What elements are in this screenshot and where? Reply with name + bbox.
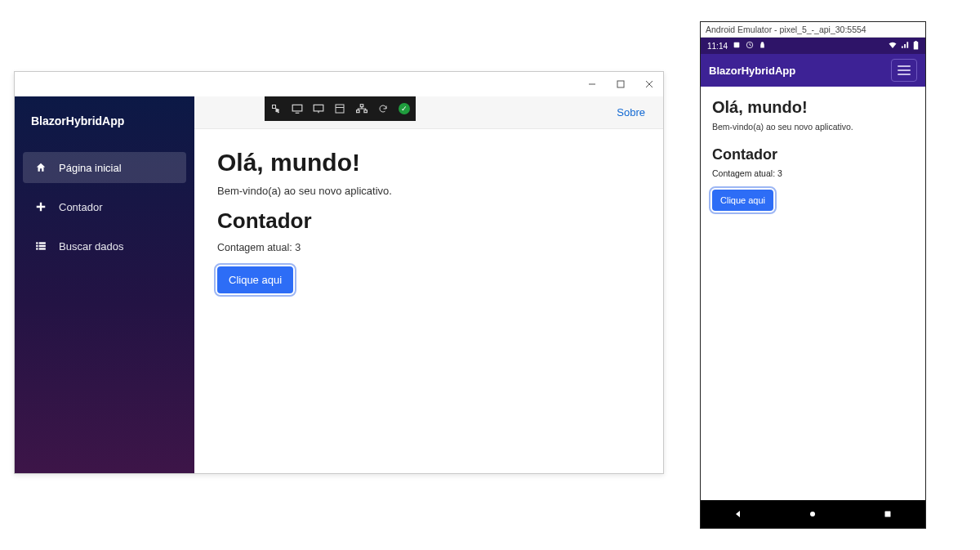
select-element-icon[interactable] [270,102,283,115]
counter-value: 3 [295,242,301,253]
svg-rect-10 [273,105,276,109]
main-area: ✓ Sobre Olá, mundo! Bem-vindo(a) ao seu … [194,96,663,473]
mobile-counter-value: 3 [777,168,782,178]
svg-rect-4 [36,242,38,244]
sidebar-item-fetch-data[interactable]: Buscar dados [23,230,186,262]
android-emulator-window: Android Emulator - pixel_5_-_api_30:5554… [700,21,926,529]
svg-rect-9 [39,248,46,249]
notification-icon [746,41,754,51]
svg-rect-15 [336,105,344,113]
android-nav-bar [701,500,925,528]
wifi-icon [888,41,898,51]
svg-rect-20 [734,42,740,48]
screen-icon[interactable] [291,102,304,115]
svg-rect-6 [36,245,38,247]
layout-icon[interactable] [333,102,346,115]
svg-rect-19 [364,110,368,113]
android-home-button[interactable] [807,509,818,519]
svg-rect-18 [356,110,359,113]
mobile-counter-current: Contagem atual: 3 [712,168,914,178]
svg-rect-11 [292,105,302,111]
battery-icon [913,41,919,51]
sidebar-item-label: Página inicial [59,162,122,174]
svg-rect-7 [39,245,46,247]
minimize-button[interactable] [577,73,606,96]
mobile-app-brand: BlazorHybridApp [709,65,795,77]
top-row: ✓ Sobre [194,96,663,129]
lock-icon [759,41,766,51]
window-titlebar [15,72,663,96]
page-content: Olá, mundo! Bem-vindo(a) ao seu novo apl… [194,129,663,313]
vs-debug-toolbar[interactable]: ✓ [265,96,416,121]
sidebar-item-label: Contador [59,201,102,213]
hamburger-menu-button[interactable] [891,59,917,82]
status-ok-icon: ✓ [398,102,411,115]
svg-rect-5 [39,242,46,244]
counter-current: Contagem atual: 3 [217,242,640,253]
about-link[interactable]: Sobre [617,106,645,118]
maximize-button[interactable] [606,73,635,96]
tree-icon[interactable] [355,102,368,115]
emulator-caption: Android Emulator - pixel_5_-_api_30:5554 [701,22,925,38]
svg-rect-25 [915,41,916,42]
hello-heading: Olá, mundo! [217,149,640,177]
list-icon [34,240,47,252]
svg-rect-8 [36,248,38,249]
app-brand: BlazorHybridApp [15,96,194,145]
counter-label: Contagem atual: [217,242,295,253]
svg-rect-24 [914,42,919,49]
sidebar: BlazorHybridApp Página inicial Contador [15,96,194,473]
signal-icon [901,41,910,51]
desktop-window: BlazorHybridApp Página inicial Contador [14,71,664,474]
sidebar-item-counter[interactable]: Contador [23,191,186,222]
svg-rect-17 [360,105,363,107]
sidebar-item-home[interactable]: Página inicial [23,152,186,183]
mobile-hello-heading: Olá, mundo! [712,98,914,117]
android-status-bar: 11:14 [701,38,925,54]
counter-heading: Contador [217,208,640,234]
android-back-button[interactable] [733,509,744,519]
hot-reload-icon[interactable] [376,102,390,115]
svg-line-23 [750,45,751,46]
svg-rect-27 [885,512,891,517]
home-icon [34,162,47,173]
mobile-counter-label: Contagem atual: [712,168,777,178]
svg-rect-13 [314,105,323,111]
svg-rect-1 [617,81,624,87]
mobile-app-bar: BlazorHybridApp [701,54,925,87]
status-time: 11:14 [707,42,728,51]
mobile-counter-heading: Contador [712,146,914,163]
click-me-button[interactable]: Clique aqui [217,266,293,293]
mobile-click-me-button[interactable]: Clique aqui [712,190,773,211]
android-recents-button[interactable] [882,509,893,519]
mobile-page-content: Olá, mundo! Bem-vindo(a) ao seu novo apl… [701,87,925,500]
sidebar-item-label: Buscar dados [59,240,124,253]
close-button[interactable] [635,73,663,96]
plus-icon [34,201,47,212]
welcome-text: Bem-vindo(a) ao seu novo aplicativo. [217,185,640,197]
svg-point-26 [810,512,815,516]
mobile-welcome-text: Bem-vindo(a) ao seu novo aplicativo. [712,122,914,132]
display-icon[interactable] [312,102,325,115]
debug-icon [733,41,741,51]
